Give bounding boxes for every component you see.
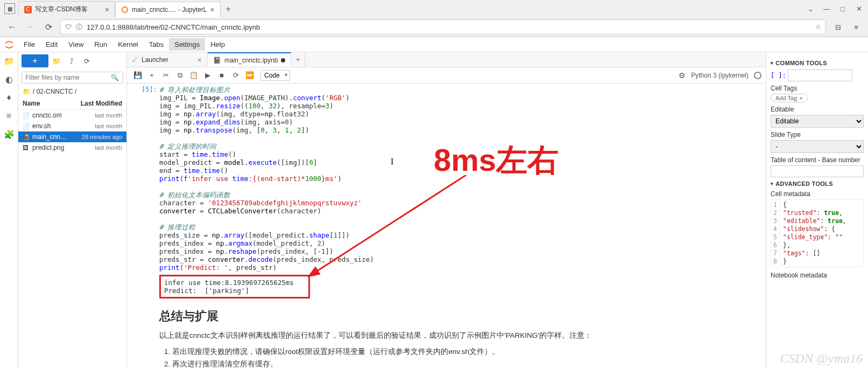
menu-tabs[interactable]: Tabs (144, 38, 169, 51)
nav-forward-button[interactable]: → (24, 20, 37, 33)
new-launcher-button[interactable]: + (22, 54, 48, 67)
save-icon[interactable]: 💾 (131, 69, 144, 82)
slide-type-select[interactable]: - (771, 140, 864, 153)
file-row[interactable]: 📄 env.sh last month (18, 121, 126, 131)
tab-close-icon[interactable]: × (105, 5, 109, 14)
tab-title: Launcher (142, 56, 194, 64)
paste-icon[interactable]: 📋 (187, 69, 200, 82)
app-menu-icon[interactable]: ▦ (4, 3, 15, 14)
window-min-icon[interactable]: — (822, 5, 831, 13)
gpu-icon[interactable]: ⚙ (679, 71, 686, 80)
file-icon: 📄 (23, 112, 30, 119)
add-tag-button[interactable]: Add Tag + (771, 94, 808, 102)
cell-type-select[interactable]: Code (260, 70, 290, 81)
slot-input[interactable] (788, 70, 852, 81)
advanced-tools-header[interactable]: ADVANCED TOOLS (771, 180, 864, 187)
add-cell-icon[interactable]: + (145, 69, 158, 82)
svg-point-0 (122, 7, 128, 12)
document-tabs: ☄ Launcher × 📓 main_cnnctc.ipynb + (127, 52, 766, 67)
file-row[interactable]: 📓 main_cnn… 28 minutes ago (18, 131, 126, 142)
menu-help[interactable]: Help (205, 38, 230, 51)
new-folder-icon[interactable]: 📁 (50, 54, 63, 67)
refresh-icon[interactable]: ⟳ (80, 54, 94, 67)
toolbar-right: ⚙ Python 3 (ipykernel) (679, 71, 761, 80)
run-icon[interactable]: ▶ (201, 69, 214, 82)
running-icon[interactable]: ◐ (4, 74, 15, 85)
browser-right-icons: ⊟ ≡ (831, 23, 863, 31)
browser-tab-jupyter[interactable]: main_cnnctc.… - JupyterL × (115, 2, 221, 17)
browser-tab-csdn[interactable]: C 写文章-CSDN博客 × (18, 1, 115, 17)
jupyter-app: File Edit View Run Kernel Tabs Settings … (0, 37, 868, 368)
tab-launcher[interactable]: ☄ Launcher × (127, 52, 208, 67)
file-name: cnnctc.om (32, 112, 93, 119)
pocket-icon[interactable]: ⊟ (831, 23, 844, 31)
slide-type-label: Slide Type (771, 131, 864, 138)
menu-view[interactable]: View (63, 38, 89, 51)
menu-run[interactable]: Run (89, 38, 112, 51)
bookmark-icon[interactable]: ☆ (815, 23, 821, 31)
git-icon[interactable]: ♦ (4, 92, 15, 103)
kernel-status-icon[interactable] (754, 72, 761, 79)
window-dropdown-icon[interactable]: ⌄ (806, 5, 815, 13)
upload-icon[interactable]: ⤴ (65, 54, 79, 67)
tab-close-icon[interactable]: × (210, 5, 214, 14)
markdown-heading: 总结与扩展 (159, 308, 723, 324)
file-list-header: Name Last Modified (18, 98, 126, 110)
file-filter-input[interactable] (22, 72, 123, 84)
toc-label: Table of content - Base number (771, 156, 864, 164)
cell-slot-icon: [ ]: (771, 72, 786, 79)
stop-icon[interactable]: ■ (215, 69, 228, 82)
jupyter-logo-icon[interactable] (3, 39, 15, 51)
common-tools-header[interactable]: COMMON TOOLS (771, 60, 864, 66)
menu-file[interactable]: File (18, 38, 40, 51)
new-tab-button[interactable]: + (221, 1, 236, 17)
notebook-content[interactable]: [5]: # 导入和处理目标图片 img_PIL = Image.open(IM… (127, 84, 766, 368)
restart-icon[interactable]: ⟳ (229, 69, 242, 82)
file-filter: 🔍 (18, 70, 126, 86)
close-icon[interactable]: × (197, 55, 202, 64)
editable-label: Editable (771, 106, 864, 113)
menu-icon[interactable]: ≡ (850, 23, 863, 31)
file-name: env.sh (32, 122, 93, 130)
window-max-icon[interactable]: □ (838, 5, 848, 13)
file-modified: 28 minutes ago (82, 134, 122, 140)
file-name: predict.png (32, 144, 93, 151)
toc-input[interactable] (771, 165, 864, 177)
breadcrumb[interactable]: 📁 / 02-CNNCTC / (18, 86, 126, 98)
menu-kernel[interactable]: Kernel (112, 38, 144, 51)
search-icon: 🔍 (111, 74, 119, 81)
menu-edit[interactable]: Edit (40, 38, 63, 51)
folder-icon[interactable]: 📁 (4, 55, 15, 66)
main-area: ☄ Launcher × 📓 main_cnnctc.ipynb + 💾 + ✂… (127, 52, 766, 368)
code-block[interactable]: # 导入和处理目标图片 img_PIL = Image.open(IMAGE_P… (159, 86, 723, 272)
col-name[interactable]: Name (23, 100, 81, 107)
window-close-icon[interactable]: ✕ (854, 5, 864, 13)
menu-settings[interactable]: Settings (169, 38, 205, 51)
cell-prompt: [5]: (130, 86, 157, 93)
col-modified[interactable]: Last Modified (81, 100, 122, 107)
breadcrumb-path: / 02-CNNCTC / (33, 88, 76, 95)
list-item: 若出现推理失败的情况，请确保以root权限设置好环境变量（运行或参考文件夹内的e… (172, 346, 723, 358)
nav-back-button[interactable]: ← (5, 20, 18, 33)
copy-icon[interactable]: ⧉ (173, 69, 186, 82)
jupyter-favicon-icon (121, 6, 129, 13)
extensions-icon[interactable]: 🧩 (4, 129, 15, 140)
run-all-icon[interactable]: ⏩ (243, 69, 256, 82)
file-row[interactable]: 🖼 predict.png last month (18, 142, 126, 153)
url-field[interactable]: 🛡 ⓘ 127.0.0.1:8888/lab/tree/02-CNNCTC/ma… (60, 19, 826, 34)
tab-notebook[interactable]: 📓 main_cnnctc.ipynb (208, 52, 291, 67)
cell-output: infer use time:8.1939697265625ms Predict… (159, 275, 310, 298)
list-item: 再次进行推理清清空所有缓存。 (172, 358, 723, 368)
code-cell[interactable]: [5]: # 导入和处理目标图片 img_PIL = Image.open(IM… (159, 86, 723, 298)
add-tab-button[interactable]: + (291, 52, 305, 67)
nav-reload-button[interactable]: ⟳ (42, 20, 55, 33)
file-row[interactable]: 📄 cnnctc.om last month (18, 110, 126, 121)
cell-tags-label: Cell Tags (771, 85, 864, 92)
cell-metadata-json[interactable]: 1{2 "trusted": true,3 "editable": true,4… (771, 199, 864, 267)
toc-icon[interactable]: ≡ (4, 110, 15, 121)
file-browser-toolbar: + 📁 ⤴ ⟳ (18, 52, 126, 70)
activity-bar: 📁 ◐ ♦ ≡ 🧩 (0, 52, 18, 368)
editable-select[interactable]: Editable (771, 115, 864, 128)
kernel-name[interactable]: Python 3 (ipykernel) (691, 72, 749, 79)
cut-icon[interactable]: ✂ (159, 69, 172, 82)
